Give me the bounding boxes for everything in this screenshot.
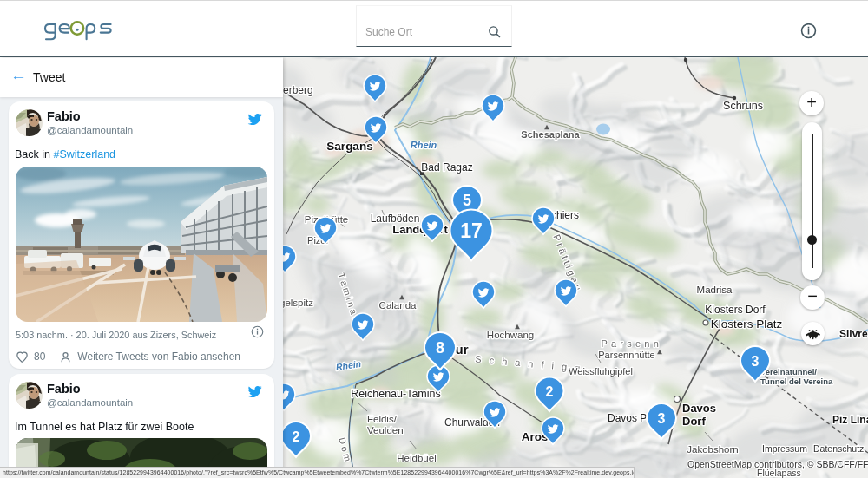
svg-text:Hochwang: Hochwang — [487, 330, 534, 340]
svg-text:Madrisa: Madrisa — [697, 285, 733, 295]
svg-text:Reichenau-Tamins: Reichenau-Tamins — [351, 388, 441, 400]
svg-text:Silvrett: Silvrett — [839, 328, 868, 340]
svg-text:Flüelapass: Flüelapass — [757, 468, 801, 478]
svg-text:Jakobshorn: Jakobshorn — [687, 444, 738, 455]
svg-text:Davos: Davos — [682, 402, 716, 415]
svg-text:Parsennhütte: Parsennhütte — [598, 350, 654, 360]
svg-text:Heidbüel: Heidbüel — [397, 453, 436, 463]
svg-text:5: 5 — [463, 192, 471, 209]
svg-text:3: 3 — [658, 411, 666, 426]
svg-text:Schesaplana: Schesaplana — [521, 129, 580, 140]
svg-text:2: 2 — [546, 384, 554, 399]
svg-text:P a r s e n n: P a r s e n n — [602, 338, 660, 349]
svg-text:Vereinatunnel/: Vereinatunnel/ — [760, 367, 817, 377]
svg-text:erberg: erberg — [283, 84, 313, 96]
svg-text:Impressum: Impressum — [762, 443, 807, 454]
svg-text:Weissfluhgipfel: Weissfluhgipfel — [569, 366, 633, 377]
svg-text:Rhein: Rhein — [411, 140, 437, 150]
svg-text:Schruns: Schruns — [723, 100, 763, 112]
svg-text:2: 2 — [293, 429, 300, 444]
svg-text:Bad Ragaz: Bad Ragaz — [421, 161, 472, 174]
svg-text:Klosters Dorf: Klosters Dorf — [705, 304, 766, 316]
svg-text:Calanda: Calanda — [379, 300, 417, 311]
svg-text:Davos Pl: Davos Pl — [608, 412, 649, 424]
svg-text:8: 8 — [436, 339, 444, 357]
svg-text:Sargans: Sargans — [326, 140, 372, 153]
svg-text:Datenschutz: Datenschutz — [813, 443, 864, 454]
svg-text:3: 3 — [752, 354, 760, 369]
svg-text:17: 17 — [460, 219, 483, 242]
svg-text:Tunnel del Vereina: Tunnel del Vereina — [760, 377, 833, 386]
svg-text:Feldis/: Feldis/ — [367, 414, 398, 424]
svg-text:gelspitz: gelspitz — [283, 298, 313, 308]
svg-text:Veulden: Veulden — [367, 425, 404, 435]
svg-text:Dorf: Dorf — [682, 415, 706, 428]
svg-text:Piz Linar: Piz Linar — [832, 414, 868, 426]
svg-text:Klosters Platz: Klosters Platz — [711, 318, 783, 331]
